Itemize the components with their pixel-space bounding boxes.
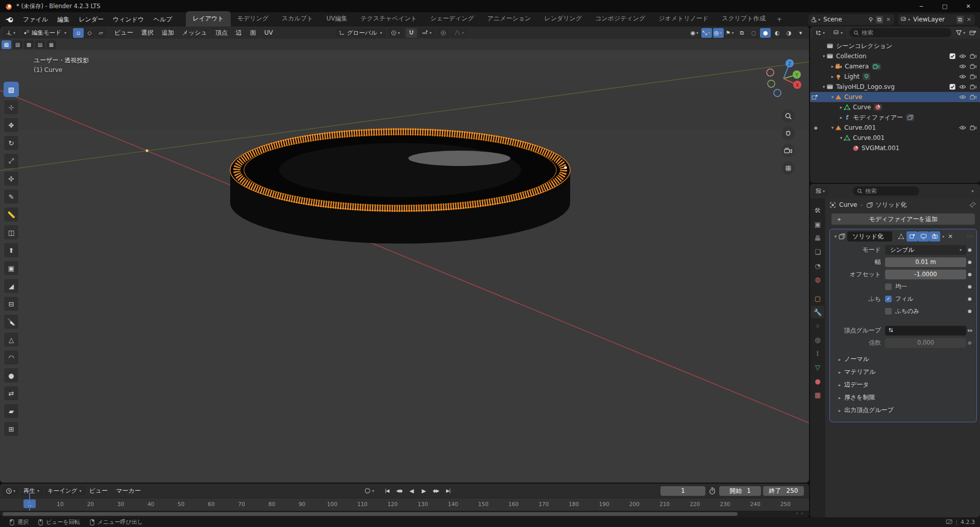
outliner-label[interactable]: Collection <box>836 53 866 60</box>
jump-next-keyframe-button[interactable]: ◆▶ <box>430 486 442 496</box>
zoom-icon[interactable] <box>781 109 795 123</box>
exclude-checkbox[interactable] <box>949 53 955 59</box>
outliner-label[interactable]: Curve <box>853 104 871 111</box>
hide-in-viewport-icon[interactable] <box>959 54 966 59</box>
menu-0[interactable]: ファイル <box>18 13 53 26</box>
display-mode-dropdown[interactable]: ▾ <box>830 28 846 38</box>
disable-in-renders-icon[interactable] <box>970 64 977 69</box>
breadcrumb-modifier[interactable]: ソリッド化 <box>875 201 906 209</box>
disable-in-renders-toggle[interactable] <box>970 74 977 80</box>
viewport-canvas[interactable]: ユーザー・透視投影 (1) Curve ▧⊹✥↻⤢✣✎📏◫⬆▣◢⊟🔪△◠●⇄▰⊞… <box>0 50 809 483</box>
tool-rip-region[interactable]: ⊞ <box>4 421 19 437</box>
tool-add-cube[interactable]: ◫ <box>4 225 19 240</box>
shading-solid-icon[interactable]: ● <box>760 28 771 38</box>
visibility-dropdown-icon[interactable]: ◉▾ <box>690 28 700 38</box>
timeline-menu-3[interactable]: マーカー <box>112 487 145 495</box>
tool-measure[interactable]: 📏 <box>4 207 19 222</box>
unlink-scene-icon[interactable]: ✕ <box>886 16 891 23</box>
subpanel-ノーマル[interactable]: ▸ノーマル <box>830 353 976 366</box>
animate-dot[interactable]: ● <box>966 340 973 345</box>
properties-tab-material[interactable]: ● <box>811 375 824 387</box>
tab-スカルプト[interactable]: スカルプト <box>275 11 320 27</box>
disclosure-closed-icon[interactable]: ▸ <box>830 74 835 79</box>
disclosure-open-icon[interactable]: ▾ <box>839 135 844 140</box>
remove-viewlayer-icon[interactable]: ✕ <box>967 16 971 23</box>
properties-tab-view-layer[interactable]: ❏ <box>811 246 824 258</box>
vertex-group-field[interactable] <box>885 326 966 336</box>
viewport-menu-1[interactable]: 選択 <box>137 29 158 37</box>
tool-select-box[interactable]: ▧ <box>4 82 19 97</box>
hide-in-viewport-toggle[interactable] <box>959 64 966 69</box>
close-button[interactable]: ✕ <box>957 0 980 12</box>
shading-rendered-icon[interactable]: ◑ <box>783 28 794 38</box>
disable-in-renders-toggle[interactable] <box>970 64 977 69</box>
shading-wireframe-icon[interactable]: ◌ <box>748 28 759 38</box>
navigation-gizmo[interactable]: Z Y X <box>763 57 804 98</box>
exclude-checkbox[interactable] <box>949 84 955 90</box>
outliner-row-Curve.001[interactable]: ▾Curve.001 <box>810 133 980 143</box>
hide-in-viewport-toggle[interactable] <box>959 84 966 89</box>
disable-in-renders-toggle[interactable] <box>970 84 977 90</box>
xray-dropdown-icon[interactable]: ⚑▾ <box>725 28 736 38</box>
offset-field[interactable]: -1.0000 <box>885 270 966 279</box>
viewport-menu-3[interactable]: メッシュ <box>178 29 211 37</box>
pivot-point-dropdown[interactable]: ▾ <box>388 28 404 38</box>
hide-in-viewport-icon[interactable] <box>959 84 966 89</box>
select-invert-mode-icon[interactable]: ▤ <box>35 40 45 49</box>
animate-dot[interactable]: ● <box>966 284 973 289</box>
viewport-menu-5[interactable]: 辺 <box>232 29 246 37</box>
play-button[interactable]: ▶ <box>418 486 429 496</box>
properties-tab-render[interactable]: ▣ <box>811 218 824 230</box>
tab-テクスチャペイント[interactable]: テクスチャペイント <box>354 11 424 27</box>
timeline-menu-0[interactable]: 再生▾ <box>21 486 43 496</box>
outliner-row-シーンコレクション[interactable]: シーンコレクション <box>810 41 980 51</box>
timeline-ruler[interactable]: 1020304050607080901001101201301401501601… <box>0 498 809 511</box>
blender-menu-icon[interactable] <box>5 16 14 23</box>
jump-to-start-button[interactable]: |◀ <box>381 486 393 496</box>
tool-knife[interactable]: 🔪 <box>4 314 19 329</box>
collapse-arrow-icon[interactable]: ▾ <box>833 234 838 239</box>
face-select-icon[interactable]: ▱ <box>95 28 106 38</box>
disclosure-closed-icon[interactable]: ▸ <box>839 105 844 110</box>
outliner-row-Curve[interactable]: ▸Curve <box>810 102 980 112</box>
properties-tab-particles[interactable]: ⁘ <box>811 320 824 332</box>
disable-in-renders-icon[interactable] <box>970 84 977 90</box>
hide-in-viewport-icon[interactable] <box>959 64 966 69</box>
properties-tab-physics[interactable]: ◎ <box>811 333 824 346</box>
fill-rim-checkbox[interactable]: ✓ <box>885 296 892 302</box>
viewport-menu-7[interactable]: UV <box>260 29 277 36</box>
tool-smooth[interactable]: ● <box>4 368 19 383</box>
properties-tab-object-data[interactable]: ▽ <box>811 361 824 373</box>
animate-dot[interactable]: ● <box>966 272 973 277</box>
outliner-row-Collection[interactable]: ▾Collection <box>810 51 980 61</box>
properties-search-input[interactable]: 検索 <box>853 186 919 196</box>
properties-tab-texture[interactable]: ▦ <box>811 389 824 401</box>
outliner-label[interactable]: Light <box>844 73 860 80</box>
viewport-menu-0[interactable]: ビュー <box>110 29 137 37</box>
menu-4[interactable]: ヘルプ <box>149 13 177 26</box>
viewport-menu-6[interactable]: 面 <box>246 29 260 37</box>
properties-tab-scene[interactable]: ◔ <box>811 259 824 272</box>
timeline-menu-1[interactable]: キーイング▾ <box>45 486 85 496</box>
play-reverse-button[interactable]: ◀ <box>406 486 417 496</box>
toggle-perspective-icon[interactable] <box>781 161 795 175</box>
subpanel-マテリアル[interactable]: ▸マテリアル <box>830 366 976 378</box>
tool-bevel[interactable]: ◢ <box>4 278 19 294</box>
tool-spin[interactable]: ◠ <box>4 350 19 365</box>
horizontal-scrollbar[interactable] <box>3 512 738 516</box>
scroll-arrows[interactable]: ‹› <box>796 511 806 516</box>
hide-in-viewport-toggle[interactable] <box>959 54 966 59</box>
pin-icon[interactable] <box>970 202 976 208</box>
factor-field[interactable]: 0.000 <box>885 338 966 348</box>
disable-in-renders-icon[interactable] <box>970 54 977 59</box>
tool-scale[interactable]: ⤢ <box>4 153 19 169</box>
timeline-menu-2[interactable]: ビュー <box>85 487 112 495</box>
hide-in-viewport-toggle[interactable] <box>959 74 966 79</box>
hide-in-viewport-icon[interactable] <box>959 125 966 130</box>
animate-dot[interactable]: ● <box>966 308 973 314</box>
delete-modifier-icon[interactable]: ✕ <box>948 233 953 240</box>
scene-selector[interactable]: ▾ Scene ⚲ ⧉ ✕ <box>808 14 894 25</box>
tool-edge-slide[interactable]: ⇄ <box>4 386 19 401</box>
overlays-dropdown-icon[interactable]: ◎▾ <box>713 28 724 38</box>
disable-in-renders-toggle[interactable] <box>970 125 977 131</box>
